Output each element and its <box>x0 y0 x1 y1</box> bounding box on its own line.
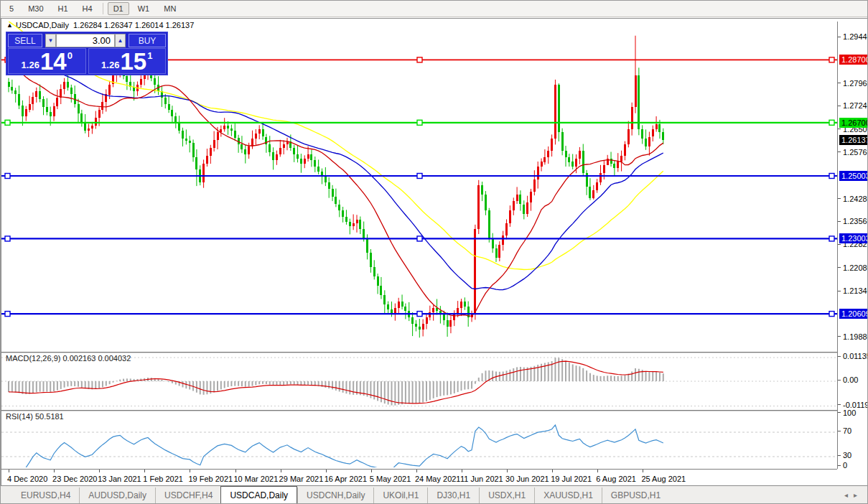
volume-decrease-button[interactable]: ▼ <box>45 34 56 47</box>
mt4-terminal: 5M30H1H4D1W1MN ▲ USDCAD,Daily 1.26284 1.… <box>0 0 868 504</box>
price-axis-label: 1.29440 <box>843 32 868 41</box>
date-tick <box>54 470 55 472</box>
current-price-label: 1.26137 <box>839 135 868 145</box>
axis-tick <box>838 431 841 431</box>
axis-tick <box>838 336 841 337</box>
buy-price-point: 1 <box>147 50 152 61</box>
price-axis-label: 1.21340 <box>843 286 868 295</box>
axis-tick <box>838 291 841 291</box>
date-tick <box>144 470 145 472</box>
chart-tab-xauusd[interactable]: XAUUSD,H1 <box>534 487 602 504</box>
rsi-label: RSI(14) 50.5181 <box>6 412 64 421</box>
timeframe-toolbar: 5M30H1H4D1W1MN <box>1 1 868 17</box>
volume-increase-button[interactable]: ▲ <box>115 34 126 47</box>
date-tick <box>281 470 281 472</box>
date-tick <box>507 470 508 472</box>
chart-tab-usdcnh[interactable]: USDCNH,Daily <box>297 487 373 504</box>
date-axis-label: 19 Jul 2021 <box>551 475 592 483</box>
date-axis-label: 25 Aug 2021 <box>641 475 686 483</box>
level-price-label: 1.26700 <box>839 118 868 128</box>
scroll-right-icon[interactable]: ▸ <box>854 491 863 499</box>
date-axis-label: 13 Jan 2021 <box>98 475 141 483</box>
rsi-indicator-pane[interactable] <box>1 410 837 467</box>
level-price-label: 1.20609 <box>839 309 868 319</box>
axis-tick <box>838 267 841 268</box>
date-axis: 4 Dec 202023 Dec 202013 Jan 20211 Feb 20… <box>1 469 837 486</box>
date-tick <box>416 470 417 472</box>
timeframe-button-5[interactable]: 5 <box>4 2 19 15</box>
sell-price-point: 0 <box>67 50 73 61</box>
chart-tab-audusd[interactable]: AUDUSD,Daily <box>79 487 155 504</box>
date-axis-label: 16 Apr 2021 <box>325 475 367 483</box>
sell-button[interactable]: SELL <box>8 34 42 47</box>
buy-price-display[interactable]: 1.26 15 1 <box>88 48 167 74</box>
rsi-axis-label: 30 <box>843 451 851 459</box>
chart-tab-usdchf[interactable]: USDCHF,H4 <box>155 487 221 504</box>
axis-tick <box>838 380 841 381</box>
timeframe-button-mn[interactable]: MN <box>158 2 182 15</box>
date-tick <box>326 470 327 472</box>
arrow-down-icon: ▼ <box>48 37 54 44</box>
date-tick <box>371 470 372 472</box>
date-tick <box>235 470 236 472</box>
price-axis: 1.294401.279601.272401.265001.257601.242… <box>837 22 868 469</box>
axis-tick <box>838 455 841 456</box>
timeframe-button-d1[interactable]: D1 <box>108 2 129 15</box>
price-axis-label: 1.25760 <box>843 148 868 157</box>
buy-price-pips: 15 <box>120 51 146 73</box>
date-axis-label: 4 Dec 2020 <box>7 475 47 483</box>
axis-tick <box>838 151 841 152</box>
buy-button[interactable]: BUY <box>129 34 166 47</box>
volume-input[interactable]: 3.00 <box>56 34 115 47</box>
macd-axis-label: 0.00 <box>843 375 858 384</box>
timeframe-button-m30[interactable]: M30 <box>22 2 49 15</box>
axis-tick <box>838 412 841 413</box>
sell-price-pips: 14 <box>40 51 67 73</box>
date-tick <box>99 470 100 472</box>
axis-tick <box>838 37 841 37</box>
axis-tick <box>838 221 841 222</box>
axis-tick <box>838 404 841 405</box>
timeframe-button-h1[interactable]: H1 <box>52 2 74 15</box>
date-tick <box>462 470 462 472</box>
date-tick <box>552 470 553 472</box>
axis-tick <box>838 244 841 245</box>
rsi-axis-label: 0 <box>843 461 847 470</box>
price-axis-label: 1.19880 <box>843 332 868 341</box>
date-axis-label: 19 Feb 2021 <box>188 475 233 483</box>
timeframe-button-h4[interactable]: H4 <box>77 2 98 15</box>
chart-tab-bar: EURUSD,H4AUDUSD,DailyUSDCHF,H4USDCAD,Dai… <box>1 485 868 504</box>
date-axis-label: 24 May 2021 <box>415 475 461 483</box>
chart-tab-usdcad[interactable]: USDCAD,Daily <box>220 486 297 504</box>
date-tick <box>643 470 643 472</box>
rsi-axis-label: 70 <box>843 426 851 435</box>
level-price-label: 1.23003 <box>839 233 868 243</box>
chart-tab-eurusd[interactable]: EURUSD,H4 <box>12 487 79 504</box>
axis-tick <box>838 465 841 466</box>
date-tick <box>9 470 9 472</box>
scroll-left-icon[interactable]: ◂ <box>844 491 854 499</box>
chart-tab-ukoil[interactable]: UKOil,H1 <box>373 487 427 504</box>
price-axis-label: 1.24280 <box>843 195 868 203</box>
date-axis-label: 5 May 2021 <box>370 475 411 483</box>
axis-tick <box>838 129 841 129</box>
price-axis-label: 1.27240 <box>843 101 868 110</box>
date-tick <box>190 470 190 472</box>
date-axis-label: 1 Feb 2021 <box>143 475 183 483</box>
date-axis-label: 10 Mar 2021 <box>234 475 279 483</box>
chart-tab-gbpusd[interactable]: GBPUSD,H1 <box>602 487 669 504</box>
chart-tab-usdx[interactable]: USDX,H1 <box>479 487 534 504</box>
date-axis-label: 29 Mar 2021 <box>279 475 324 483</box>
axis-tick <box>838 198 841 199</box>
price-axis-label: 1.22080 <box>843 263 868 272</box>
chart-tab-dj30[interactable]: DJ30,H1 <box>427 487 479 504</box>
one-click-trading-panel: SELL ▼ 3.00 ▲ BUY 1.26 14 0 1.26 15 1 <box>6 32 168 75</box>
rsi-axis-label: 100 <box>843 409 856 417</box>
timeframe-button-w1[interactable]: W1 <box>132 2 156 15</box>
arrow-up-icon: ▲ <box>118 37 123 44</box>
tab-scroll-arrows[interactable]: ◂▸ <box>844 491 863 499</box>
level-price-label: 1.28700 <box>839 55 868 65</box>
date-axis-label: 11 Jun 2021 <box>460 475 503 483</box>
sell-price-display[interactable]: 1.26 14 0 <box>8 48 86 74</box>
level-price-label: 1.25003 <box>839 171 868 181</box>
